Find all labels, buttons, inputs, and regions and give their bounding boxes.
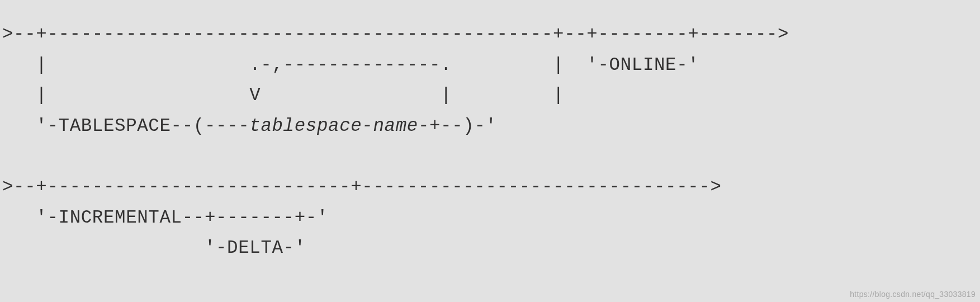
rail-line-3: | V | | <box>2 85 564 106</box>
rail-line-1: >--+------------------------------------… <box>2 24 789 45</box>
online-keyword: ONLINE <box>609 55 677 76</box>
syntax-railroad-diagram: >--+------------------------------------… <box>2 20 789 264</box>
rail-line-6: >--+---------------------------+--------… <box>2 177 722 197</box>
delta-keyword: DELTA <box>227 238 283 258</box>
rail-line-4a: '- <box>2 116 59 136</box>
rail-line-7a: '- <box>2 207 59 228</box>
watermark: https://blog.csdn.net/qq_33033819 <box>850 290 976 299</box>
rail-line-8b: -' <box>283 238 306 258</box>
rail-line-7b: --+-------+-' <box>182 207 328 228</box>
rail-line-2b: -' <box>676 55 699 76</box>
tablespace-name-param: tablespace-name <box>249 116 418 136</box>
rail-line-2a: | .-,--------------. | '- <box>2 55 609 76</box>
rail-line-4b: --(---- <box>171 116 250 136</box>
incremental-keyword: INCREMENTAL <box>59 207 182 228</box>
tablespace-keyword: TABLESPACE <box>59 116 171 136</box>
rail-line-4c: -+--)-' <box>418 116 497 136</box>
rail-line-8a: '- <box>2 238 227 258</box>
